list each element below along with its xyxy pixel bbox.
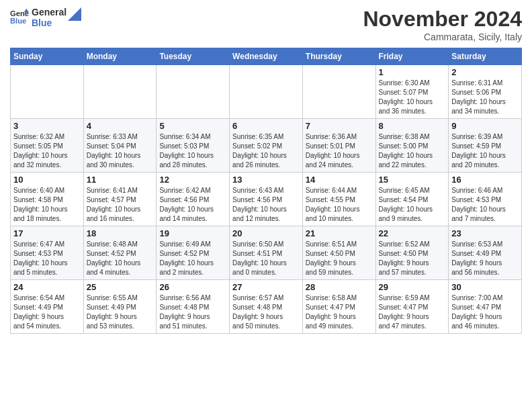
day-info: Sunrise: 6:54 AM Sunset: 4:49 PM Dayligh…	[13, 293, 81, 331]
day-cell: 9Sunrise: 6:39 AM Sunset: 4:59 PM Daylig…	[449, 119, 522, 173]
day-info: Sunrise: 6:58 AM Sunset: 4:47 PM Dayligh…	[306, 293, 373, 331]
day-cell: 16Sunrise: 6:46 AM Sunset: 4:53 PM Dayli…	[449, 173, 522, 226]
day-number: 27	[232, 282, 300, 292]
weekday-header-sunday: Sunday	[11, 48, 84, 65]
day-info: Sunrise: 6:35 AM Sunset: 5:02 PM Dayligh…	[232, 132, 300, 170]
day-number: 3	[13, 121, 81, 131]
day-info: Sunrise: 6:42 AM Sunset: 4:56 PM Dayligh…	[159, 186, 226, 224]
day-cell: 22Sunrise: 6:52 AM Sunset: 4:50 PM Dayli…	[375, 226, 449, 280]
day-info: Sunrise: 6:32 AM Sunset: 5:05 PM Dayligh…	[13, 132, 81, 170]
month-title: November 2024	[363, 7, 522, 32]
day-cell: 15Sunrise: 6:45 AM Sunset: 4:54 PM Dayli…	[375, 173, 449, 226]
logo-triangle-icon	[68, 7, 81, 21]
day-cell: 17Sunrise: 6:47 AM Sunset: 4:53 PM Dayli…	[11, 226, 84, 280]
day-cell: 2Sunrise: 6:31 AM Sunset: 5:06 PM Daylig…	[449, 65, 522, 119]
day-info: Sunrise: 6:36 AM Sunset: 5:01 PM Dayligh…	[306, 132, 373, 170]
week-row-1: 1Sunrise: 6:30 AM Sunset: 5:07 PM Daylig…	[11, 65, 522, 119]
day-number: 2	[451, 67, 519, 77]
week-row-2: 3Sunrise: 6:32 AM Sunset: 5:05 PM Daylig…	[11, 119, 522, 173]
weekday-header-row: SundayMondayTuesdayWednesdayThursdayFrid…	[11, 48, 522, 65]
weekday-header-tuesday: Tuesday	[157, 48, 230, 65]
day-cell: 12Sunrise: 6:42 AM Sunset: 4:56 PM Dayli…	[157, 173, 230, 226]
day-cell: 25Sunrise: 6:55 AM Sunset: 4:49 PM Dayli…	[83, 280, 157, 334]
svg-text:Blue: Blue	[10, 17, 26, 25]
day-number: 19	[159, 228, 226, 238]
day-cell: 29Sunrise: 6:59 AM Sunset: 4:47 PM Dayli…	[375, 280, 449, 334]
day-number: 7	[306, 121, 373, 131]
logo-general: General	[32, 7, 66, 17]
logo: General Blue General Blue	[10, 7, 81, 28]
day-number: 6	[232, 121, 300, 131]
day-cell: 26Sunrise: 6:56 AM Sunset: 4:48 PM Dayli…	[157, 280, 230, 334]
day-number: 15	[379, 175, 446, 185]
title-block: November 2024 Cammarata, Sicily, Italy	[363, 7, 522, 42]
calendar-table: SundayMondayTuesdayWednesdayThursdayFrid…	[10, 48, 522, 334]
day-number: 9	[451, 121, 519, 131]
day-info: Sunrise: 6:39 AM Sunset: 4:59 PM Dayligh…	[451, 132, 519, 170]
day-number: 5	[159, 121, 226, 131]
day-info: Sunrise: 6:53 AM Sunset: 4:49 PM Dayligh…	[451, 240, 519, 277]
day-number: 13	[232, 175, 300, 185]
day-info: Sunrise: 6:43 AM Sunset: 4:56 PM Dayligh…	[232, 186, 300, 224]
day-info: Sunrise: 6:51 AM Sunset: 4:50 PM Dayligh…	[306, 240, 373, 277]
day-cell: 20Sunrise: 6:50 AM Sunset: 4:51 PM Dayli…	[230, 226, 303, 280]
day-info: Sunrise: 6:34 AM Sunset: 5:03 PM Dayligh…	[159, 132, 226, 170]
day-info: Sunrise: 6:30 AM Sunset: 5:07 PM Dayligh…	[379, 79, 446, 116]
day-info: Sunrise: 6:45 AM Sunset: 4:54 PM Dayligh…	[379, 186, 446, 224]
day-number: 4	[87, 121, 154, 131]
day-number: 16	[451, 175, 519, 185]
day-number: 17	[13, 228, 81, 238]
day-cell: 11Sunrise: 6:41 AM Sunset: 4:57 PM Dayli…	[83, 173, 157, 226]
day-cell: 28Sunrise: 6:58 AM Sunset: 4:47 PM Dayli…	[302, 280, 375, 334]
day-number: 20	[232, 228, 300, 238]
day-number: 11	[87, 175, 154, 185]
logo-icon: General Blue	[10, 7, 29, 26]
day-info: Sunrise: 6:56 AM Sunset: 4:48 PM Dayligh…	[159, 293, 226, 331]
weekday-header-friday: Friday	[375, 48, 449, 65]
weekday-header-thursday: Thursday	[302, 48, 375, 65]
day-info: Sunrise: 6:48 AM Sunset: 4:52 PM Dayligh…	[87, 240, 154, 277]
day-info: Sunrise: 6:33 AM Sunset: 5:04 PM Dayligh…	[87, 132, 154, 170]
day-info: Sunrise: 6:49 AM Sunset: 4:52 PM Dayligh…	[159, 240, 226, 277]
day-number: 24	[13, 282, 81, 292]
day-cell: 6Sunrise: 6:35 AM Sunset: 5:02 PM Daylig…	[230, 119, 303, 173]
day-cell: 7Sunrise: 6:36 AM Sunset: 5:01 PM Daylig…	[302, 119, 375, 173]
weekday-header-wednesday: Wednesday	[230, 48, 303, 65]
day-cell	[230, 65, 303, 119]
day-cell	[11, 65, 84, 119]
day-number: 21	[306, 228, 373, 238]
day-info: Sunrise: 6:59 AM Sunset: 4:47 PM Dayligh…	[379, 293, 446, 331]
day-info: Sunrise: 6:44 AM Sunset: 4:55 PM Dayligh…	[306, 186, 373, 224]
header: General Blue General Blue November 2024 …	[10, 7, 522, 42]
day-number: 25	[87, 282, 154, 292]
day-cell	[302, 65, 375, 119]
day-number: 30	[451, 282, 519, 292]
day-info: Sunrise: 6:46 AM Sunset: 4:53 PM Dayligh…	[451, 186, 519, 224]
day-cell: 27Sunrise: 6:57 AM Sunset: 4:48 PM Dayli…	[230, 280, 303, 334]
day-cell: 3Sunrise: 6:32 AM Sunset: 5:05 PM Daylig…	[11, 119, 84, 173]
calendar-container: General Blue General Blue November 2024 …	[0, 0, 532, 340]
day-info: Sunrise: 6:52 AM Sunset: 4:50 PM Dayligh…	[379, 240, 446, 277]
day-cell: 23Sunrise: 6:53 AM Sunset: 4:49 PM Dayli…	[449, 226, 522, 280]
day-number: 18	[87, 228, 154, 238]
day-cell: 21Sunrise: 6:51 AM Sunset: 4:50 PM Dayli…	[302, 226, 375, 280]
logo-blue: Blue	[32, 17, 66, 28]
day-info: Sunrise: 6:50 AM Sunset: 4:51 PM Dayligh…	[232, 240, 300, 277]
day-info: Sunrise: 6:41 AM Sunset: 4:57 PM Dayligh…	[87, 186, 154, 224]
day-cell: 5Sunrise: 6:34 AM Sunset: 5:03 PM Daylig…	[157, 119, 230, 173]
day-cell: 4Sunrise: 6:33 AM Sunset: 5:04 PM Daylig…	[83, 119, 157, 173]
week-row-5: 24Sunrise: 6:54 AM Sunset: 4:49 PM Dayli…	[11, 280, 522, 334]
day-cell	[83, 65, 157, 119]
day-number: 14	[306, 175, 373, 185]
day-info: Sunrise: 6:55 AM Sunset: 4:49 PM Dayligh…	[87, 293, 154, 331]
day-number: 23	[451, 228, 519, 238]
week-row-3: 10Sunrise: 6:40 AM Sunset: 4:58 PM Dayli…	[11, 173, 522, 226]
day-cell	[157, 65, 230, 119]
day-number: 28	[306, 282, 373, 292]
day-number: 8	[379, 121, 446, 131]
day-cell: 19Sunrise: 6:49 AM Sunset: 4:52 PM Dayli…	[157, 226, 230, 280]
weekday-header-saturday: Saturday	[449, 48, 522, 65]
location: Cammarata, Sicily, Italy	[363, 32, 522, 42]
day-info: Sunrise: 6:40 AM Sunset: 4:58 PM Dayligh…	[13, 186, 81, 224]
day-number: 12	[159, 175, 226, 185]
